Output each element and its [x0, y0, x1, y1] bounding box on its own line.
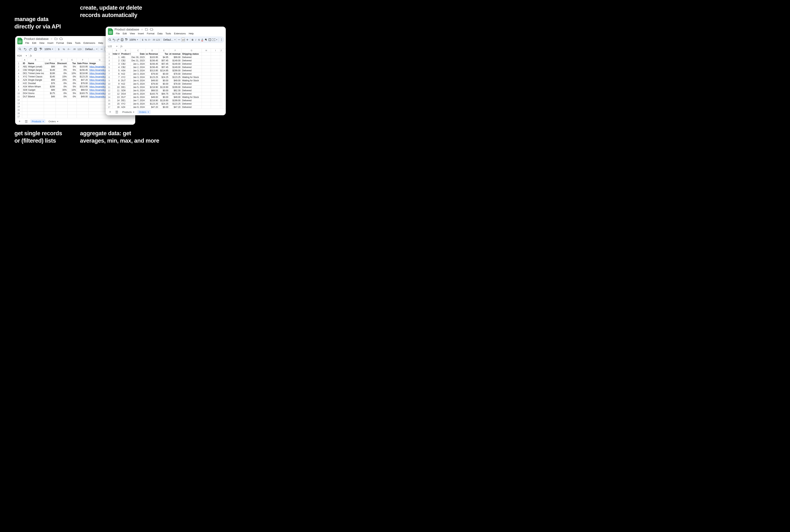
cell[interactable]: 5% — [68, 85, 77, 88]
cell[interactable]: $149 — [44, 68, 56, 72]
cell[interactable]: $199.00 — [169, 86, 182, 89]
name-box[interactable]: K24▼ — [15, 54, 29, 58]
cell[interactable]: $4.95 — [159, 56, 169, 59]
cell[interactable]: CB2 — [22, 68, 27, 72]
cell[interactable]: 5% — [68, 92, 77, 95]
orders-header-cell[interactable]: Tax — [159, 52, 169, 56]
decrease-decimal-button[interactable]: .0← — [148, 37, 151, 42]
menu-view[interactable]: View — [128, 32, 136, 35]
cell[interactable]: Delivered — [182, 56, 202, 59]
cell[interactable] — [220, 89, 222, 92]
cell[interactable]: 0% — [68, 95, 77, 98]
col-header-B[interactable]: B — [120, 49, 131, 52]
cell[interactable] — [211, 72, 220, 76]
menu-file[interactable]: File — [115, 32, 121, 35]
cell[interactable]: $149.00 — [169, 59, 182, 62]
cell[interactable] — [77, 108, 89, 112]
cell[interactable]: SD8 — [22, 88, 27, 92]
cell[interactable]: Dec 30, 2023 — [131, 56, 146, 59]
cell[interactable] — [220, 102, 222, 106]
cell[interactable] — [220, 72, 222, 76]
cell[interactable]: 12 — [113, 92, 120, 95]
cell[interactable]: $313.95 — [146, 69, 159, 72]
cell[interactable]: DU7 — [120, 79, 131, 82]
cell[interactable] — [22, 115, 27, 118]
font-size-increase-button[interactable] — [186, 37, 189, 42]
cell[interactable]: $59 — [44, 78, 56, 82]
cell[interactable]: $99 — [44, 65, 56, 68]
cell[interactable] — [202, 59, 211, 62]
cell[interactable]: $175 — [44, 92, 56, 95]
move-icon[interactable] — [55, 38, 57, 41]
cell[interactable]: $99.00 — [169, 56, 182, 59]
cell[interactable]: DU7 — [120, 95, 131, 99]
cell[interactable]: 10 — [113, 86, 120, 89]
cell[interactable] — [44, 108, 56, 112]
undo-button[interactable] — [23, 46, 27, 52]
cell[interactable] — [220, 79, 222, 82]
cell[interactable]: $123.25 — [146, 76, 159, 79]
cell[interactable] — [211, 76, 220, 79]
menu-view[interactable]: View — [38, 41, 45, 45]
tab-products[interactable]: Products▼ — [30, 119, 45, 124]
cell[interactable]: 0% — [56, 65, 68, 68]
cell[interactable]: Delivered — [182, 106, 202, 109]
col-header-I[interactable]: I — [211, 49, 220, 52]
cell[interactable]: $183.75 — [77, 92, 89, 95]
cell[interactable]: Trinket (new model) — [27, 72, 44, 75]
cell[interactable]: $0.00 — [159, 72, 169, 76]
cell[interactable] — [220, 95, 222, 99]
increase-decimal-button[interactable]: .00 — [152, 37, 155, 42]
orders-header-cell[interactable]: Order # — [113, 52, 120, 56]
cell[interactable]: $57.45 — [159, 65, 169, 69]
cell[interactable]: 11 — [113, 89, 120, 92]
cell[interactable]: AB1 — [22, 65, 27, 68]
cell[interactable] — [211, 79, 220, 82]
font-select[interactable]: Defaul… ▼ — [84, 48, 97, 51]
cell[interactable]: Widget (small) — [27, 65, 44, 68]
cell[interactable]: $156.45 — [146, 62, 159, 65]
cell[interactable] — [211, 106, 220, 109]
cell[interactable] — [220, 92, 222, 95]
cell[interactable]: $123.25 — [146, 102, 159, 106]
cell[interactable] — [27, 101, 44, 105]
col-header-A[interactable]: A — [22, 58, 27, 61]
cell[interactable]: $68.53 — [146, 89, 159, 92]
undo-button[interactable] — [112, 37, 116, 42]
percent-button[interactable]: % — [145, 37, 147, 42]
cell[interactable] — [202, 56, 211, 59]
bold-button[interactable]: B — [191, 37, 194, 42]
col-header-C[interactable]: C — [44, 58, 56, 61]
cell[interactable]: Jan 4, 2024 — [131, 79, 146, 82]
print-button[interactable] — [33, 46, 38, 52]
col-header-B[interactable]: B — [27, 58, 44, 61]
cell[interactable]: $89 — [44, 88, 56, 92]
cell[interactable] — [220, 62, 222, 65]
cell[interactable]: Delivered — [182, 65, 202, 69]
cell[interactable]: $123.25 — [169, 102, 182, 106]
cell[interactable] — [68, 112, 77, 115]
cell[interactable] — [220, 99, 222, 102]
toolbar-more-button[interactable] — [220, 37, 223, 42]
products-header-cell[interactable]: Tax — [68, 62, 77, 65]
cell[interactable]: Jan 5, 2024 — [131, 82, 146, 86]
cell[interactable]: DE1 — [22, 72, 27, 75]
cell[interactable] — [27, 105, 44, 108]
cell[interactable]: 0% — [68, 78, 77, 82]
cell[interactable] — [220, 65, 222, 69]
cell[interactable]: Delivered — [182, 99, 202, 102]
cell[interactable] — [27, 98, 44, 101]
italic-button[interactable]: I — [194, 37, 197, 42]
font-size-decrease-button[interactable] — [177, 37, 181, 42]
borders-button[interactable] — [208, 37, 211, 42]
menu-extensions[interactable]: Extensions — [82, 41, 97, 45]
cell[interactable] — [202, 79, 211, 82]
cell[interactable]: 8 — [113, 79, 120, 82]
cell[interactable]: $214.95 — [159, 69, 169, 72]
cell[interactable]: Whim-Wham — [27, 85, 44, 88]
cell[interactable] — [22, 105, 27, 108]
cell[interactable]: $78.00 — [169, 82, 182, 86]
redo-button[interactable] — [28, 46, 33, 52]
cell[interactable]: CB2 — [120, 59, 131, 62]
cell[interactable] — [68, 115, 77, 118]
